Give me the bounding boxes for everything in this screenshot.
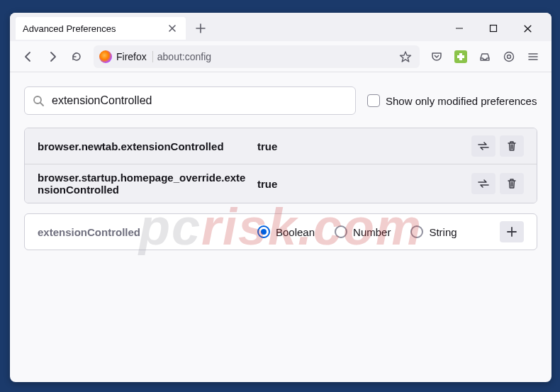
- radio-label: Boolean: [276, 226, 315, 238]
- toggle-button[interactable]: [471, 173, 495, 194]
- show-modified-checkbox[interactable]: Show only modified preferences: [367, 94, 537, 107]
- new-preference-name: extensionControlled: [38, 226, 257, 238]
- preference-search-input[interactable]: [52, 94, 348, 107]
- close-tab-icon[interactable]: [166, 22, 179, 35]
- add-button[interactable]: [500, 221, 524, 242]
- inbox-button[interactable]: [474, 45, 496, 68]
- forward-button[interactable]: [41, 45, 64, 68]
- svg-point-2: [508, 55, 511, 58]
- radio-number[interactable]: Number: [335, 225, 391, 238]
- url-text: about:config: [157, 51, 393, 62]
- back-button[interactable]: [17, 45, 40, 68]
- browser-window: Advanced Preferences Firefox about:confi…: [10, 13, 551, 382]
- svg-point-1: [505, 52, 514, 61]
- checkbox-label: Show only modified preferences: [386, 95, 537, 107]
- type-radio-group: Boolean Number String: [257, 225, 500, 238]
- radio-string[interactable]: String: [410, 225, 457, 238]
- radio-icon: [410, 225, 423, 238]
- minimize-button[interactable]: [444, 17, 475, 40]
- radio-icon: [335, 225, 347, 238]
- pocket-button[interactable]: [425, 45, 448, 68]
- firefox-logo-icon: [99, 50, 112, 63]
- url-toolbar: Firefox about:config: [10, 41, 551, 72]
- preference-name: browser.newtab.extensionControlled: [38, 140, 257, 152]
- browser-tab[interactable]: Advanced Preferences: [16, 17, 186, 40]
- window-controls: [444, 17, 543, 40]
- radio-icon: [257, 225, 270, 238]
- close-button[interactable]: [512, 17, 543, 40]
- hamburger-menu-button[interactable]: [522, 45, 544, 68]
- titlebar: Advanced Preferences: [10, 13, 551, 41]
- preference-value: true: [257, 140, 471, 152]
- search-row: Show only modified preferences: [24, 86, 537, 115]
- about-config-content: Show only modified preferences browser.n…: [10, 72, 551, 264]
- extension-puzzle-icon: [454, 50, 467, 63]
- radio-label: String: [429, 226, 457, 238]
- identity-label: Firefox: [116, 51, 153, 62]
- preference-name: browser.startup.homepage_override.extens…: [38, 172, 257, 196]
- new-preference-row: extensionControlled Boolean Number Strin…: [24, 213, 537, 250]
- radio-label: Number: [353, 226, 391, 238]
- preference-value: true: [257, 178, 471, 190]
- preference-search-box[interactable]: [24, 86, 356, 115]
- extension-button[interactable]: [449, 45, 472, 68]
- reset-button[interactable]: [500, 135, 524, 157]
- reload-button[interactable]: [65, 45, 88, 68]
- search-icon: [32, 94, 45, 107]
- tab-title: Advanced Preferences: [23, 23, 166, 34]
- checkbox-icon: [367, 94, 380, 107]
- preference-row[interactable]: browser.startup.homepage_override.extens…: [25, 164, 537, 203]
- maximize-button[interactable]: [478, 17, 509, 40]
- toggle-button[interactable]: [471, 135, 495, 157]
- url-bar[interactable]: Firefox about:config: [94, 45, 420, 68]
- lifesaver-button[interactable]: [498, 45, 520, 68]
- radio-boolean[interactable]: Boolean: [257, 225, 315, 238]
- results-list: browser.newtab.extensionControlled true …: [24, 128, 537, 203]
- reset-button[interactable]: [500, 173, 524, 194]
- svg-rect-0: [491, 26, 497, 32]
- new-tab-button[interactable]: [190, 18, 211, 39]
- preference-row[interactable]: browser.newtab.extensionControlled true: [25, 128, 537, 164]
- bookmark-star-icon[interactable]: [397, 48, 414, 65]
